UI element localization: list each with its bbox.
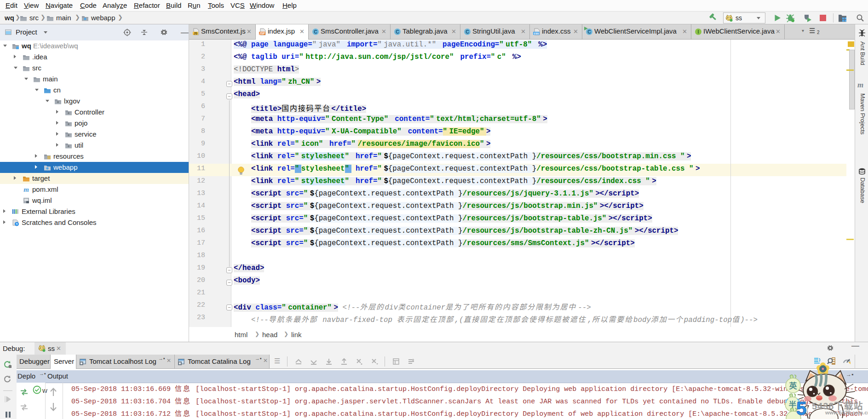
svg-text:5: 5 bbox=[796, 398, 806, 419]
svg-text:英: 英 bbox=[789, 381, 798, 390]
svg-text:www.5438.com.cn: www.5438.com.cn bbox=[825, 410, 868, 415]
svg-text:m: m bbox=[23, 186, 29, 193]
